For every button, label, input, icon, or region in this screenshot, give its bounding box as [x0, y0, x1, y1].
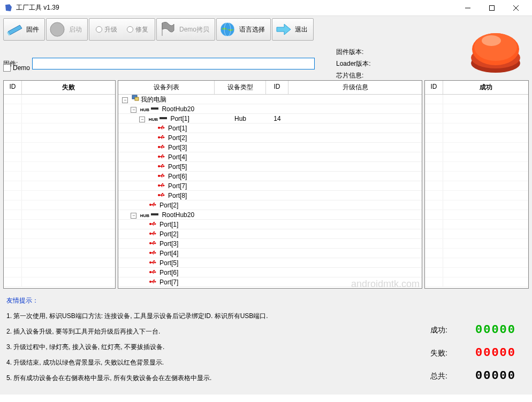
tree-label: Port[5] — [159, 259, 178, 267]
start-label: 启动 — [69, 25, 82, 34]
minimize-button[interactable] — [455, 0, 480, 16]
usb-icon — [149, 250, 156, 255]
device-id-cell — [266, 269, 288, 276]
tree-label: Port[5] — [168, 163, 187, 171]
device-type-cell — [215, 279, 266, 286]
svg-rect-75 — [154, 222, 155, 223]
tree-row[interactable]: − 我的电脑 — [118, 95, 422, 104]
tree-toggle-icon[interactable]: − — [131, 107, 136, 113]
tree-row[interactable]: Port[6] — [118, 172, 422, 181]
tree-label: RootHub20 — [162, 105, 194, 113]
svg-marker-34 — [163, 146, 165, 148]
tree-row[interactable]: − HUB RootHub20 — [118, 104, 422, 114]
svg-marker-46 — [163, 165, 165, 167]
device-type-cell — [215, 173, 266, 180]
fail-id-header: ID — [4, 81, 22, 94]
svg-marker-94 — [155, 252, 156, 254]
emergency-button[interactable] — [469, 26, 522, 75]
device-tree[interactable]: − 我的电脑 − HUB RootHub20 − HUB — [118, 95, 422, 288]
device-type-cell — [215, 269, 266, 276]
device-id-header: ID — [266, 81, 288, 94]
firmware-icon — [6, 21, 23, 38]
upgrade-radio[interactable]: 升级 — [96, 25, 117, 34]
device-id-cell — [266, 95, 288, 104]
watermark: androidmtk.com — [351, 279, 420, 290]
svg-marker-70 — [155, 204, 156, 206]
svg-marker-88 — [155, 242, 156, 244]
repair-radio[interactable]: 修复 — [127, 25, 148, 34]
close-button[interactable] — [504, 0, 528, 16]
tree-row[interactable]: − HUB RootHub20 — [118, 210, 422, 220]
tree-label: Port[3] — [168, 144, 187, 151]
start-icon — [49, 21, 66, 38]
language-button[interactable]: 语言选择 — [216, 18, 271, 41]
tree-row[interactable]: Port[3] — [118, 239, 422, 249]
flag-icon — [159, 21, 176, 38]
success-id-header: ID — [425, 81, 443, 94]
svg-rect-99 — [154, 260, 155, 261]
device-id-cell — [266, 173, 288, 180]
svg-rect-16 — [135, 97, 139, 100]
fail-list — [4, 95, 115, 288]
device-type-cell — [215, 153, 266, 161]
titlebar: 工厂工具 v1.39 — [0, 0, 532, 16]
tree-label: Port[6] — [159, 269, 178, 276]
firmware-path-input[interactable] — [32, 58, 315, 69]
tree-row[interactable]: Port[6] — [118, 268, 422, 277]
tree-row[interactable]: Port[1] — [118, 123, 422, 133]
device-id-cell: 14 — [266, 115, 288, 122]
usb-icon — [149, 279, 156, 284]
device-id-cell — [266, 134, 288, 142]
tree-row[interactable]: Port[5] — [118, 162, 422, 172]
demo-checkbox[interactable] — [3, 64, 11, 72]
device-type-cell — [215, 144, 266, 151]
svg-rect-69 — [154, 203, 155, 204]
device-type-cell — [215, 105, 266, 113]
tree-row[interactable]: Port[7] — [118, 181, 422, 191]
tree-toggle-icon[interactable]: − — [122, 97, 128, 103]
fail-header: 失败 — [22, 81, 115, 94]
tree-row[interactable]: Port[5] — [118, 258, 422, 268]
mode-radio-group: 升级 修复 — [89, 18, 155, 41]
tree-row[interactable]: Port[4] — [118, 249, 422, 258]
usb-icon — [149, 221, 156, 226]
svg-marker-52 — [163, 175, 165, 177]
maximize-button[interactable] — [480, 0, 504, 16]
info-block: 固件版本: Loader版本: 芯片信息: — [336, 46, 379, 81]
svg-rect-27 — [162, 135, 163, 136]
device-id-cell — [266, 221, 288, 228]
demo-copy-button[interactable]: Demo拷贝 — [156, 18, 215, 41]
usb-icon — [149, 269, 156, 274]
usb-icon — [149, 288, 156, 289]
device-id-cell — [266, 202, 288, 209]
tree-row[interactable]: Port[2] — [118, 229, 422, 239]
tree-row[interactable]: Port[2] — [118, 133, 422, 143]
tree-row[interactable]: Port[1] — [118, 220, 422, 229]
usb-icon — [157, 125, 165, 130]
tree-label: Port[3] — [159, 240, 178, 248]
tree-row[interactable]: − HUB Port[1] Hub 14 — [118, 114, 422, 123]
svg-marker-4 — [8, 25, 22, 35]
firmware-button[interactable]: 固件 — [3, 18, 45, 41]
tree-row[interactable]: Port[2] — [118, 200, 422, 210]
usb-icon — [149, 259, 156, 265]
svg-marker-112 — [155, 281, 156, 283]
tree-label: Port[7] — [168, 182, 187, 190]
stats-total-value: 00000 — [462, 369, 516, 383]
usb-icon — [157, 173, 165, 178]
exit-button[interactable]: 退出 — [272, 18, 314, 41]
tree-toggle-icon[interactable]: − — [139, 117, 145, 122]
svg-rect-45 — [162, 164, 163, 165]
tree-label: Port[2] — [159, 202, 178, 209]
tree-row[interactable]: Port[4] — [118, 152, 422, 162]
stats-block: 成功: 00000 失败: 00000 总共: 00000 — [430, 314, 516, 392]
device-type-cell — [215, 134, 266, 142]
tree-toggle-icon[interactable]: − — [131, 213, 136, 219]
start-button[interactable]: 启动 — [46, 18, 88, 41]
stats-total-label: 总共: — [430, 372, 462, 381]
svg-marker-22 — [163, 127, 165, 129]
tree-row[interactable]: Port[3] — [118, 143, 422, 152]
tree-row[interactable]: Port[8] — [118, 191, 422, 200]
device-type-cell — [215, 288, 266, 289]
usb-icon — [149, 240, 156, 245]
